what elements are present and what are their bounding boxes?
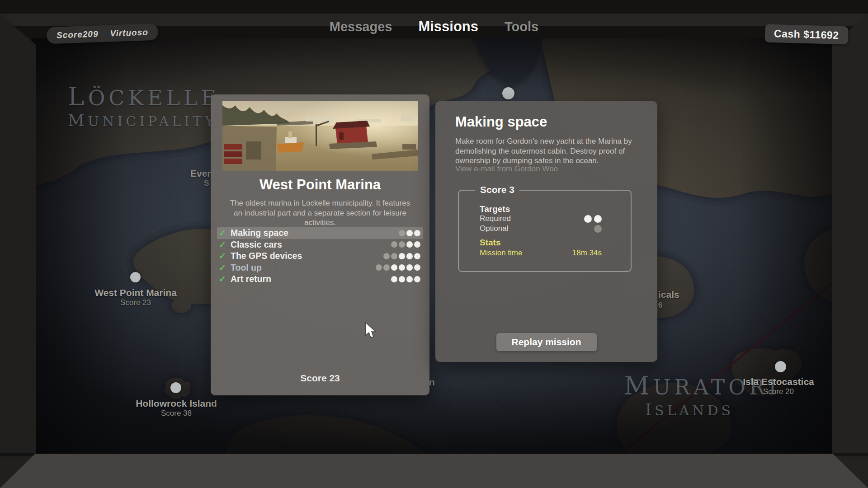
mission-row-tool-up[interactable]: ✓ Tool up — [217, 262, 423, 274]
target-dot-filled — [414, 264, 420, 271]
mission-row-art-return[interactable]: ✓ Art return — [217, 273, 423, 285]
target-dot-filled — [406, 276, 413, 282]
target-dot-filled — [399, 253, 405, 259]
map-partial-label-n: n — [429, 377, 435, 388]
score-box-legend: Score 3 — [475, 184, 519, 195]
mission-row-making-space[interactable]: ✓ Making space — [217, 227, 423, 239]
mission-score-dots — [399, 230, 420, 236]
score-box: Score 3 Targets Required Optional Stats … — [458, 190, 632, 272]
target-dot-dim — [376, 264, 382, 271]
target-dot-dim — [391, 241, 397, 248]
mission-label: Classic cars — [231, 239, 391, 250]
map-partial-label-icals-score: 6 — [658, 301, 662, 310]
rank-label: Virtuoso — [110, 27, 148, 38]
mission-time-value: 18m 34s — [572, 249, 602, 258]
teardown-mission-screen: LÖCKELLE MUNICIPALITY MURATORI ISLANDS W… — [0, 0, 868, 488]
total-score-value: Score209 — [57, 29, 99, 40]
check-icon: ✓ — [219, 274, 231, 284]
view-email-link[interactable]: View e-mail from Gordon Woo — [455, 164, 558, 174]
location-description: The oldest marina in Lockelle municipali… — [225, 198, 415, 228]
check-icon: ✓ — [219, 251, 231, 261]
target-dot-filled — [391, 264, 397, 271]
mission-title: Making space — [455, 114, 547, 130]
mission-row-the-gps-devices[interactable]: ✓ The GPS devices — [217, 250, 423, 262]
target-dot-dim — [391, 253, 397, 259]
map-partial-label-icals: icals — [658, 289, 679, 300]
mission-score-dots — [391, 276, 420, 282]
location-card-west-point-marina: West Point Marina The oldest marina in L… — [211, 94, 429, 395]
target-dot-filled — [414, 230, 420, 236]
map-marker-dot-north[interactable] — [502, 87, 514, 99]
map-marker-dot-hollowrock[interactable] — [170, 382, 181, 393]
target-dot-filled — [584, 215, 592, 223]
mission-label: Tool up — [231, 263, 376, 273]
targets-header: Targets — [480, 204, 510, 214]
mission-row-classic-cars[interactable]: ✓ Classic cars — [217, 239, 423, 251]
tab-missions[interactable]: Missions — [418, 19, 478, 35]
target-dot-dim — [383, 264, 390, 271]
check-icon: ✓ — [219, 263, 231, 273]
map-partial-label-evert-score: S — [204, 179, 209, 188]
location-title: West Point Marina — [211, 177, 429, 193]
target-dot-dim — [594, 225, 602, 233]
room-wall-top — [0, 0, 868, 14]
location-total-score: Score 23 — [211, 373, 429, 384]
required-label: Required — [480, 214, 511, 223]
check-icon: ✓ — [219, 239, 231, 250]
check-icon: ✓ — [219, 228, 231, 238]
map-marker-hollowrock-island[interactable]: Hollowrock Island Score 38 — [136, 398, 217, 418]
mission-label: The GPS devices — [231, 251, 383, 261]
mission-label: Making space — [231, 228, 399, 238]
room-wall-left — [0, 14, 36, 488]
target-dot-filled — [406, 230, 413, 236]
map-marker-dot-west-point[interactable] — [130, 272, 141, 282]
mission-list: ✓ Making space ✓ Classic cars ✓ The GPS … — [217, 227, 423, 285]
mission-score-dots — [383, 253, 420, 259]
optional-dots — [594, 225, 602, 233]
target-dot-filled — [414, 253, 420, 259]
room-wall-right — [832, 14, 868, 488]
target-dot-dim — [399, 230, 405, 236]
map-marker-west-point-marina[interactable]: West Point Marina Score 23 — [94, 287, 177, 307]
target-dot-filled — [414, 241, 420, 248]
target-dot-filled — [414, 276, 420, 282]
map-marker-dot-isla[interactable] — [775, 361, 786, 372]
map-marker-isla-estocastica[interactable]: Isla Estocastica Score 20 — [743, 376, 814, 396]
cash-badge: Cash $11692 — [764, 24, 848, 44]
required-dots — [584, 215, 602, 223]
room-wall-bottom — [0, 454, 868, 488]
region-label-muratori: MURATORI ISLANDS — [624, 371, 755, 419]
target-dot-filled — [399, 276, 405, 282]
mission-score-dots — [391, 241, 420, 248]
target-dot-filled — [406, 241, 413, 248]
target-dot-filled — [399, 264, 405, 271]
target-dot-filled — [391, 276, 397, 282]
optional-label: Optional — [480, 224, 508, 233]
mission-detail-panel: Making space Make room for Gordon's new … — [435, 101, 657, 362]
tab-tools[interactable]: Tools — [505, 19, 538, 34]
cash-value: Cash $11692 — [774, 28, 839, 42]
mission-label: Art return — [231, 274, 391, 284]
replay-mission-button[interactable]: Replay mission — [496, 333, 597, 351]
target-dot-filled — [594, 215, 602, 223]
target-dot-dim — [383, 253, 390, 259]
stats-header: Stats — [480, 238, 500, 248]
mission-score-dots — [376, 264, 420, 271]
target-dot-filled — [406, 253, 413, 259]
mission-time-label: Mission time — [480, 249, 522, 258]
mission-description: Make room for Gordon's new yacht at the … — [455, 136, 642, 166]
target-dot-filled — [406, 264, 413, 271]
region-label-lockelle: LÖCKELLE MUNICIPALITY — [68, 82, 199, 130]
location-preview-image — [222, 101, 418, 171]
tab-messages[interactable]: Messages — [330, 19, 392, 34]
target-dot-dim — [399, 241, 405, 248]
